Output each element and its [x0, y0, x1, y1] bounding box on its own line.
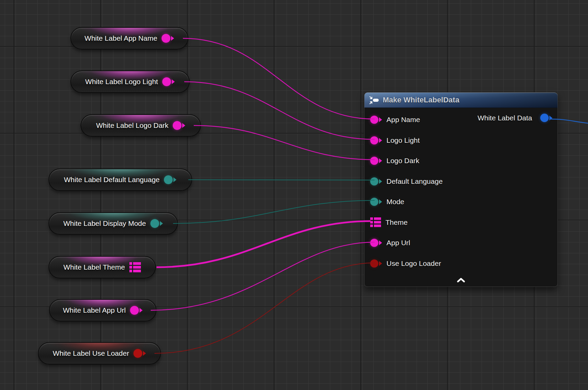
input-label: App Url [386, 239, 410, 247]
text-input-pin[interactable] [370, 198, 382, 206]
wire-logo-dark[interactable] [194, 125, 375, 160]
string-output-pin[interactable] [173, 121, 185, 130]
wire-use-loader[interactable] [154, 263, 375, 353]
wire-logo-light[interactable] [184, 82, 375, 139]
input-label: Use Logo Loader [386, 259, 441, 268]
string-input-pin[interactable] [370, 136, 382, 144]
getter-label: White Label Theme [63, 263, 125, 271]
output-label: White Label Data [478, 114, 532, 122]
string-output-pin[interactable] [162, 77, 175, 86]
input-row: App Url [364, 233, 558, 253]
string-output-pin[interactable] [162, 34, 174, 43]
input-label: Logo Light [386, 136, 420, 144]
input-label: App Name [386, 116, 420, 124]
wire-app-url[interactable] [151, 242, 375, 310]
output-row: White Label Data [478, 114, 552, 122]
getter-node-logo-light[interactable]: White Label Logo Light [70, 71, 190, 93]
struct-pin-icon [129, 262, 141, 272]
input-row: Default Language [364, 171, 558, 192]
make-whitelabeldata-node[interactable]: Make WhiteLabelData App Name Logo Light … [364, 92, 558, 287]
node-title: Make WhiteLabelData [383, 96, 459, 104]
boolean-output-pin[interactable] [133, 349, 146, 358]
getter-node-app-name[interactable]: White Label App Name [70, 27, 188, 50]
getter-label: White Label App Name [85, 34, 158, 42]
getter-node-use-loader[interactable]: White Label Use Loader [38, 342, 161, 365]
getter-label: White Label Default Language [64, 176, 160, 184]
struct-output-pin[interactable] [540, 114, 552, 122]
text-output-pin[interactable] [150, 219, 163, 228]
input-label: Logo Dark [386, 157, 419, 165]
getter-node-app-url[interactable]: White Label App Url [49, 299, 156, 321]
input-row: Use Logo Loader [364, 253, 558, 274]
getter-label: White Label Logo Light [85, 78, 158, 86]
wire-app-name[interactable] [183, 38, 375, 119]
node-body: App Name Logo Light Logo Dark Default La… [364, 108, 558, 274]
make-struct-icon [369, 96, 379, 105]
input-row: Theme [364, 212, 558, 233]
node-header[interactable]: Make WhiteLabelData [364, 93, 558, 108]
getter-label: White Label Logo Dark [96, 121, 169, 130]
wire-theme[interactable] [156, 221, 371, 267]
text-output-pin[interactable] [164, 175, 176, 184]
input-label: Theme [385, 218, 407, 227]
struct-output-pin[interactable] [129, 262, 141, 272]
input-label: Mode [386, 198, 404, 206]
collapse-node-button[interactable] [455, 277, 467, 284]
struct-pin-icon [370, 217, 381, 227]
blueprint-graph-canvas[interactable]: { "canvas": { "background_color": "#2c2c… [0, 0, 588, 390]
string-input-pin[interactable] [370, 157, 382, 165]
text-input-pin[interactable] [370, 177, 382, 186]
input-row: Logo Dark [364, 151, 558, 171]
struct-input-pin[interactable] [370, 217, 381, 227]
getter-label: White Label App Url [63, 306, 126, 314]
wire-default-language[interactable] [188, 180, 375, 180]
getter-node-display-mode[interactable]: White Label Display Mode [48, 212, 178, 235]
getter-node-default-language[interactable]: White Label Default Language [48, 169, 192, 191]
getter-node-theme[interactable]: White Label Theme [48, 256, 156, 278]
boolean-input-pin[interactable] [370, 259, 382, 268]
getter-node-logo-dark[interactable]: White Label Logo Dark [81, 114, 201, 137]
input-label: Default Language [386, 177, 443, 186]
string-output-pin[interactable] [130, 306, 143, 315]
chevron-up-icon [457, 278, 465, 282]
input-row: Mode [364, 192, 558, 212]
getter-label: White Label Display Mode [63, 219, 146, 228]
input-row: Logo Light [364, 130, 558, 151]
string-input-pin[interactable] [370, 239, 382, 247]
getter-label: White Label Use Loader [53, 349, 129, 357]
string-input-pin[interactable] [370, 116, 382, 124]
wire-mode[interactable] [173, 200, 375, 223]
